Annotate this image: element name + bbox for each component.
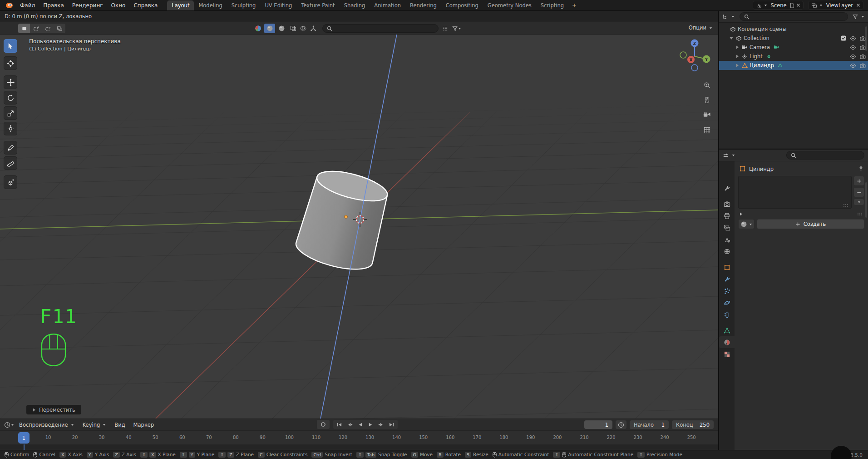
- tool-annotate[interactable]: [4, 141, 17, 155]
- camera-view-button[interactable]: [702, 110, 712, 120]
- tool-rotate[interactable]: [4, 91, 17, 105]
- unlink-scene-icon[interactable]: [796, 3, 800, 7]
- add-workspace-button[interactable]: +: [568, 1, 580, 10]
- use-preview-range-button[interactable]: [616, 420, 626, 429]
- gizmo-neg-y[interactable]: [680, 52, 686, 58]
- material-slot-list[interactable]: [738, 176, 852, 209]
- viewport-3d[interactable]: Пользовательская перспектива (1) Collect…: [0, 35, 718, 419]
- properties-tab-object-data[interactable]: [719, 324, 735, 336]
- eye-toggle-icon[interactable]: [850, 63, 856, 68]
- disclosure-right-icon[interactable]: [734, 55, 740, 58]
- viewport-options-button[interactable]: Опции: [689, 25, 713, 31]
- disclosure-down-icon[interactable]: [728, 36, 735, 40]
- workspace-tab-Compositing[interactable]: Compositing: [441, 0, 483, 10]
- select-mode-subtract-button[interactable]: [42, 24, 54, 33]
- auto-keying-button[interactable]: [317, 420, 330, 429]
- tool-transform[interactable]: [4, 122, 17, 135]
- viewport-search-input[interactable]: [322, 24, 439, 33]
- outliner-scrollbar[interactable]: [865, 26, 867, 51]
- properties-tab-material[interactable]: [719, 336, 735, 348]
- remove-slot-button[interactable]: [853, 187, 864, 197]
- jump-to-start-button[interactable]: [334, 420, 345, 429]
- select-mode-intersect-button[interactable]: [54, 24, 65, 33]
- select-mode-extend-button[interactable]: [30, 24, 42, 33]
- menu-Файл[interactable]: Файл: [16, 1, 39, 10]
- next-keyframe-button[interactable]: [376, 420, 386, 429]
- timeline-menu-Keying[interactable]: Keying: [79, 420, 110, 429]
- menu-Рендеринг[interactable]: Рендеринг: [68, 1, 107, 10]
- frame-start-field[interactable]: Начало 1: [630, 420, 669, 429]
- chevron-down-icon[interactable]: [731, 153, 735, 157]
- disclosure-right-icon[interactable]: [734, 64, 740, 67]
- properties-tab-scene[interactable]: [719, 234, 735, 245]
- timeline-ruler[interactable]: 1 10203040506070809010011012013014015016…: [0, 430, 718, 444]
- chevron-down-icon[interactable]: [731, 15, 735, 19]
- outliner-row-Цилиндр[interactable]: Цилиндр: [719, 61, 868, 70]
- zoom-button[interactable]: [702, 80, 712, 90]
- disclosure-right-icon[interactable]: [734, 45, 740, 49]
- camera-toggle-icon[interactable]: [860, 63, 866, 68]
- workspace-tab-Animation[interactable]: Animation: [370, 0, 405, 10]
- last-operator-panel[interactable]: Переместить: [26, 405, 81, 414]
- scene-selector[interactable]: Scene: [753, 1, 804, 10]
- select-mode-new-button[interactable]: [18, 24, 30, 33]
- frame-end-field[interactable]: Конец 250: [672, 420, 714, 429]
- navigation-gizmo[interactable]: Z Y X: [674, 35, 715, 77]
- workspace-tab-Layout[interactable]: Layout: [167, 0, 194, 10]
- jump-to-end-button[interactable]: [386, 420, 397, 429]
- outliner-row-Коллекция сцены[interactable]: Коллекция сцены: [719, 25, 868, 34]
- shading-ball-button[interactable]: [276, 24, 287, 33]
- eye-toggle-icon[interactable]: [850, 45, 856, 50]
- properties-scrollbar[interactable]: [865, 182, 867, 218]
- properties-search-input[interactable]: [786, 151, 864, 160]
- workspace-tab-Texture Paint[interactable]: Texture Paint: [296, 0, 339, 10]
- properties-editor-type-icon[interactable]: [723, 153, 729, 158]
- workspace-tab-Shading[interactable]: Shading: [340, 0, 370, 10]
- list-resize-grip[interactable]: [843, 204, 849, 207]
- timeline-menu-Воспроизведение[interactable]: Воспроизведение: [15, 420, 78, 429]
- workspace-tab-Modeling[interactable]: Modeling: [194, 0, 227, 10]
- display-mode-button[interactable]: [440, 24, 449, 33]
- shading-ball-button[interactable]: [264, 24, 275, 33]
- new-material-button[interactable]: Создать: [757, 219, 864, 229]
- gizmos-toggle-button[interactable]: [309, 24, 318, 33]
- tool-move[interactable]: [4, 75, 17, 89]
- workspace-tab-Sculpting[interactable]: Sculpting: [227, 0, 261, 10]
- workspace-tab-Rendering[interactable]: Rendering: [405, 0, 441, 10]
- tool-measure[interactable]: [4, 156, 17, 170]
- play-button[interactable]: [365, 420, 376, 429]
- checkbox-toggle-icon[interactable]: [841, 35, 846, 41]
- filter-button[interactable]: [451, 24, 462, 33]
- panel-expand-row[interactable]: [739, 211, 863, 217]
- camera-toggle-icon[interactable]: [860, 54, 866, 59]
- new-scene-icon[interactable]: [790, 3, 794, 8]
- properties-tab-constraints[interactable]: [719, 309, 735, 320]
- workspace-tab-UV Editing[interactable]: UV Editing: [260, 0, 296, 10]
- properties-tab-output[interactable]: [719, 210, 735, 222]
- eye-toggle-icon[interactable]: [850, 54, 856, 59]
- blender-logo-button[interactable]: [3, 2, 16, 9]
- pin-icon[interactable]: [858, 166, 863, 172]
- workspace-tab-Geometry Nodes[interactable]: Geometry Nodes: [483, 0, 536, 10]
- outliner-filter-icon[interactable]: [853, 14, 858, 20]
- properties-tab-tool[interactable]: [719, 182, 735, 194]
- tool-scale[interactable]: [4, 106, 17, 120]
- browse-material-button[interactable]: [738, 219, 755, 229]
- outliner-editor-type-icon[interactable]: [722, 14, 728, 20]
- chevron-down-icon[interactable]: [861, 15, 865, 19]
- play-reverse-button[interactable]: [355, 420, 365, 429]
- current-frame-field[interactable]: 1: [584, 420, 612, 429]
- menu-Правка[interactable]: Правка: [39, 1, 68, 10]
- timeline-menu-Вид[interactable]: Вид: [111, 420, 128, 429]
- properties-tab-physics[interactable]: [719, 297, 735, 309]
- properties-tab-world[interactable]: [719, 245, 735, 257]
- tool-select-box[interactable]: [4, 39, 17, 53]
- properties-tab-modifiers[interactable]: [719, 273, 735, 285]
- eye-toggle-icon[interactable]: [850, 36, 856, 41]
- shading-ball-color-button[interactable]: [252, 24, 263, 33]
- menu-Справка[interactable]: Справка: [129, 1, 162, 10]
- timeline-menu-Маркер[interactable]: Маркер: [130, 420, 158, 429]
- prev-keyframe-button[interactable]: [345, 420, 355, 429]
- viewlayer-selector[interactable]: ViewLayer: [808, 1, 863, 10]
- workspace-tab-Scripting[interactable]: Scripting: [536, 0, 568, 10]
